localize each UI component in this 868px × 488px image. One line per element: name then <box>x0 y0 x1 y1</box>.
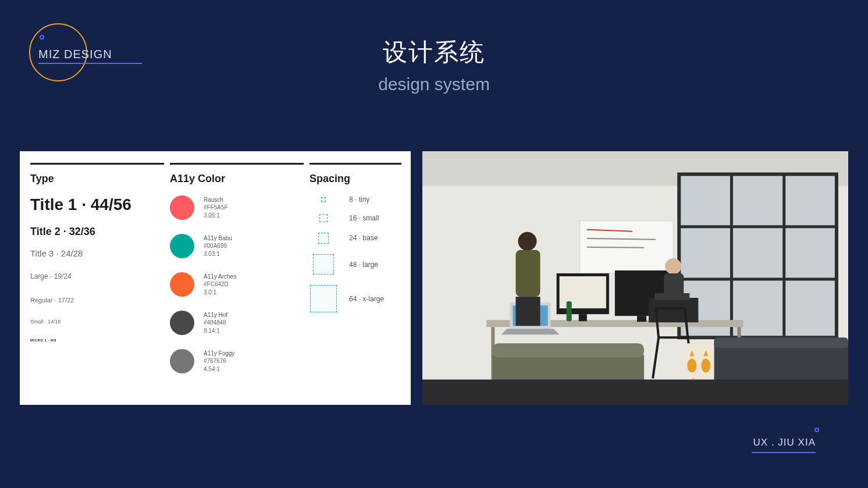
office-photo-panel <box>422 151 848 405</box>
color-swatch-icon <box>170 349 194 373</box>
swatch-hex: #FF5A5F <box>204 204 228 212</box>
footer-text: UX . JIU XIA <box>752 437 816 448</box>
svg-rect-18 <box>637 316 646 322</box>
spacing-box-wrap <box>310 197 337 202</box>
svg-rect-25 <box>515 250 540 297</box>
spacing-row: 24 · base <box>310 233 401 244</box>
footer-dot-icon <box>814 428 819 432</box>
page-title-block: 设计系统 design system <box>0 36 868 94</box>
svg-rect-34 <box>684 343 714 378</box>
column-rule <box>310 163 401 165</box>
svg-rect-31 <box>714 337 848 348</box>
type-large: Large · 19/24 <box>30 272 164 280</box>
spacing-row: 16 · small <box>310 214 401 222</box>
color-swatch-meta: A11y Babu#00A6993.03:1 <box>204 234 232 258</box>
swatch-ratio: 3.03:1 <box>204 250 232 258</box>
svg-point-27 <box>665 258 681 275</box>
type-column: Type Title 1 · 44/56 Title 2 · 32/36 Tit… <box>30 163 164 399</box>
spacing-label: 24 · base <box>349 234 378 242</box>
color-swatch-row: A11y Arches#FC642D3.0:1 <box>170 272 304 297</box>
svg-rect-16 <box>579 314 587 321</box>
footer-credit: UX . JIU XIA <box>752 437 816 453</box>
column-rule <box>170 163 304 165</box>
color-swatch-row: A11y Foggy#7676764.54:1 <box>170 349 304 373</box>
content-row: Type Title 1 · 44/56 Title 2 · 32/36 Tit… <box>20 151 848 405</box>
color-swatch-meta: A11y Hof#4848489.14:1 <box>204 311 227 335</box>
spacing-box-icon <box>321 197 326 202</box>
spacing-box-wrap <box>310 254 337 275</box>
svg-point-35 <box>687 358 696 372</box>
spacing-heading: Spacing <box>310 173 401 185</box>
spacing-row: 64 · x-large <box>310 285 401 312</box>
spacing-label: 48 · large <box>349 261 378 269</box>
spacing-box-icon <box>313 254 334 275</box>
svg-point-36 <box>701 358 710 372</box>
svg-rect-15 <box>560 276 606 308</box>
swatch-ratio: 4.54:1 <box>204 365 234 373</box>
spacing-box-icon <box>319 214 327 222</box>
spacing-column: Spacing 8 · tiny16 · small24 · base48 · … <box>310 163 401 399</box>
color-swatch-icon <box>170 234 194 258</box>
swatch-name: A11y Arches <box>204 273 236 281</box>
svg-line-10 <box>587 247 644 248</box>
color-swatch-meta: A11y Foggy#7676764.54:1 <box>204 350 234 373</box>
swatch-ratio: 9.14:1 <box>204 327 227 335</box>
spacing-label: 16 · small <box>349 214 379 222</box>
svg-rect-33 <box>492 343 644 357</box>
spacing-box-wrap <box>310 285 337 312</box>
svg-rect-2 <box>679 174 837 338</box>
color-swatch-row: Rausch#FF5A5F3.05:1 <box>170 195 304 220</box>
type-micro: MICRO 1 · 8/8 <box>30 339 164 342</box>
swatch-hex: #FC642D <box>204 280 236 288</box>
color-swatch-row: A11y Babu#00A6993.03:1 <box>170 234 304 258</box>
svg-marker-21 <box>501 329 559 334</box>
design-system-panel: Type Title 1 · 44/56 Title 2 · 32/36 Tit… <box>20 151 411 405</box>
swatch-hex: #767676 <box>204 357 234 365</box>
spacing-box-wrap <box>310 214 337 222</box>
spacing-row: 8 · tiny <box>310 195 401 204</box>
footer-underline <box>752 452 816 453</box>
color-heading: A11y Color <box>170 173 304 185</box>
spacing-label: 8 · tiny <box>349 195 369 204</box>
swatch-name: A11y Hof <box>204 311 227 319</box>
office-photo-illustration <box>422 151 848 405</box>
spacing-box-icon <box>318 233 329 244</box>
color-column: A11y Color Rausch#FF5A5F3.05:1A11y Babu#… <box>170 163 304 399</box>
color-swatch-meta: Rausch#FF5A5F3.05:1 <box>204 196 228 220</box>
swatch-name: Rausch <box>204 196 228 204</box>
spacing-label: 64 · x-large <box>349 295 384 303</box>
type-regular: Regular · 17/22 <box>30 297 164 304</box>
swatch-name: A11y Babu <box>204 234 232 243</box>
type-title2: Title 2 · 32/36 <box>30 226 164 238</box>
type-title1: Title 1 · 44/56 <box>30 195 164 214</box>
color-swatch-icon <box>170 272 194 297</box>
swatch-hex: #484848 <box>204 319 227 327</box>
page-title-en: design system <box>0 74 868 94</box>
swatch-ratio: 3.05:1 <box>204 212 228 220</box>
color-swatch-icon <box>170 311 194 335</box>
page-title-cn: 设计系统 <box>0 36 868 69</box>
color-swatch-row: A11y Hof#4848489.14:1 <box>170 311 304 335</box>
svg-point-24 <box>518 232 536 251</box>
type-heading: Type <box>30 173 164 185</box>
svg-rect-37 <box>422 379 848 405</box>
spacing-box-wrap <box>310 233 337 244</box>
spacing-row: 48 · large <box>310 254 401 275</box>
svg-rect-28 <box>664 273 684 297</box>
color-swatch-meta: A11y Arches#FC642D3.0:1 <box>204 273 236 297</box>
type-title3: Title 3 · 24/28 <box>30 248 164 258</box>
svg-rect-26 <box>515 297 540 326</box>
swatch-name: A11y Foggy <box>204 350 234 358</box>
svg-rect-29 <box>567 301 572 321</box>
column-rule <box>30 163 164 165</box>
swatch-hex: #00A699 <box>204 242 232 250</box>
swatch-ratio: 3.0:1 <box>204 288 236 297</box>
color-swatch-icon <box>170 195 194 220</box>
type-small: Small · 14/18 <box>30 319 164 325</box>
spacing-box-icon <box>310 285 337 312</box>
